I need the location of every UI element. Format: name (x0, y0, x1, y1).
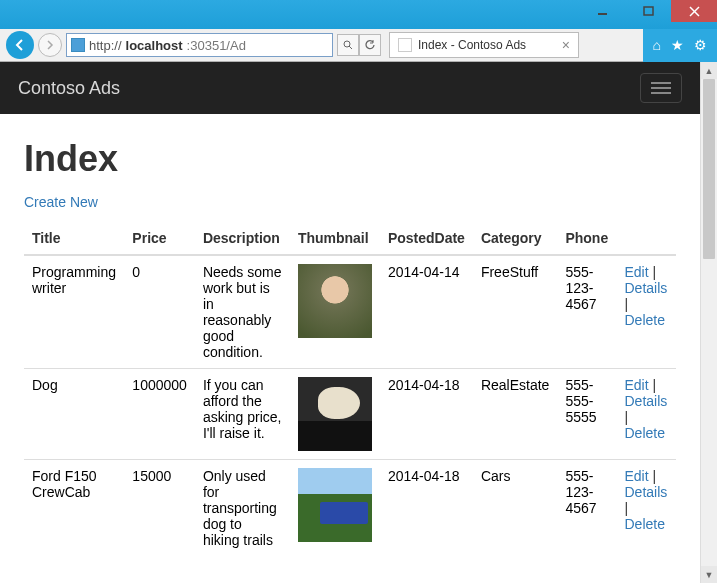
settings-icon[interactable]: ⚙ (694, 37, 707, 53)
url-host: localhost (126, 38, 183, 53)
edit-link[interactable]: Edit (625, 264, 649, 280)
tab-title: Index - Contoso Ads (418, 38, 526, 52)
browser-toolbar: http://localhost:30351/Ad Index - Contos… (0, 29, 717, 62)
close-button[interactable] (671, 0, 717, 22)
forward-button[interactable] (38, 33, 62, 57)
column-header: Description (195, 222, 290, 255)
column-header: Phone (557, 222, 616, 255)
column-header: Title (24, 222, 124, 255)
cell-title: Ford F150 CrewCab (24, 460, 124, 557)
cell-title: Dog (24, 369, 124, 460)
thumbnail-image[interactable] (298, 377, 372, 451)
svg-line-5 (349, 46, 352, 49)
svg-rect-1 (644, 7, 653, 15)
cell-description: Only used for transporting dog to hiking… (195, 460, 290, 557)
details-link[interactable]: Details (625, 280, 668, 296)
home-icon[interactable]: ⌂ (653, 37, 661, 53)
cell-actions: Edit | Details | Delete (617, 369, 677, 460)
cell-description: If you can afford the asking price, I'll… (195, 369, 290, 460)
navbar-brand[interactable]: Contoso Ads (18, 78, 120, 99)
browser-tools: ⌂ ★ ⚙ (643, 29, 717, 62)
cell-price: 15000 (124, 460, 195, 557)
cell-posteddate: 2014-04-18 (380, 369, 473, 460)
thumbnail-image[interactable] (298, 264, 372, 338)
cell-actions: Edit | Details | Delete (617, 255, 677, 369)
column-header: PostedDate (380, 222, 473, 255)
create-new-link[interactable]: Create New (24, 194, 98, 210)
delete-link[interactable]: Delete (625, 516, 665, 532)
edit-link[interactable]: Edit (625, 468, 649, 484)
page-title: Index (24, 138, 676, 180)
delete-link[interactable]: Delete (625, 425, 665, 441)
ads-table: TitlePriceDescriptionThumbnailPostedDate… (24, 222, 676, 556)
url-prefix: http:// (89, 38, 122, 53)
cell-thumbnail (290, 460, 380, 557)
cell-price: 0 (124, 255, 195, 369)
cell-posteddate: 2014-04-18 (380, 460, 473, 557)
column-header: Thumbnail (290, 222, 380, 255)
page-content: Contoso Ads Index Create New TitlePriceD… (0, 62, 700, 583)
cell-title: Programming writer (24, 255, 124, 369)
cell-category: RealEstate (473, 369, 557, 460)
column-header: Category (473, 222, 557, 255)
table-row: Ford F150 CrewCab15000Only used for tran… (24, 460, 676, 557)
cell-phone: 555-123-4567 (557, 460, 616, 557)
column-header-actions (617, 222, 677, 255)
cell-phone: 555-123-4567 (557, 255, 616, 369)
table-row: Dog1000000If you can afford the asking p… (24, 369, 676, 460)
edit-link[interactable]: Edit (625, 377, 649, 393)
cell-posteddate: 2014-04-14 (380, 255, 473, 369)
hamburger-icon[interactable] (640, 73, 682, 103)
cell-thumbnail (290, 369, 380, 460)
cell-price: 1000000 (124, 369, 195, 460)
cell-actions: Edit | Details | Delete (617, 460, 677, 557)
window-titlebar (0, 0, 717, 29)
cell-thumbnail (290, 255, 380, 369)
table-row: Programming writer0Needs some work but i… (24, 255, 676, 369)
page-icon (71, 38, 85, 52)
vertical-scrollbar[interactable]: ▲ ▼ (700, 62, 717, 583)
address-bar[interactable]: http://localhost:30351/Ad (66, 33, 333, 57)
tab-close-button[interactable]: × (562, 37, 570, 53)
tab-favicon (398, 38, 412, 52)
browser-tab[interactable]: Index - Contoso Ads × (389, 32, 579, 58)
thumbnail-image[interactable] (298, 468, 372, 542)
search-dropdown-button[interactable] (337, 34, 359, 56)
favorites-icon[interactable]: ★ (671, 37, 684, 53)
delete-link[interactable]: Delete (625, 312, 665, 328)
minimize-button[interactable] (579, 0, 625, 22)
column-header: Price (124, 222, 195, 255)
back-button[interactable] (6, 31, 34, 59)
scroll-up-arrow[interactable]: ▲ (701, 62, 717, 79)
scroll-thumb[interactable] (703, 79, 715, 259)
details-link[interactable]: Details (625, 393, 668, 409)
cell-description: Needs some work but is in reasonably goo… (195, 255, 290, 369)
cell-category: FreeStuff (473, 255, 557, 369)
details-link[interactable]: Details (625, 484, 668, 500)
app-navbar: Contoso Ads (0, 62, 700, 114)
url-rest: :30351/Ad (187, 38, 246, 53)
cell-phone: 555-555-5555 (557, 369, 616, 460)
cell-category: Cars (473, 460, 557, 557)
maximize-button[interactable] (625, 0, 671, 22)
scroll-down-arrow[interactable]: ▼ (701, 566, 717, 583)
refresh-button[interactable] (359, 34, 381, 56)
